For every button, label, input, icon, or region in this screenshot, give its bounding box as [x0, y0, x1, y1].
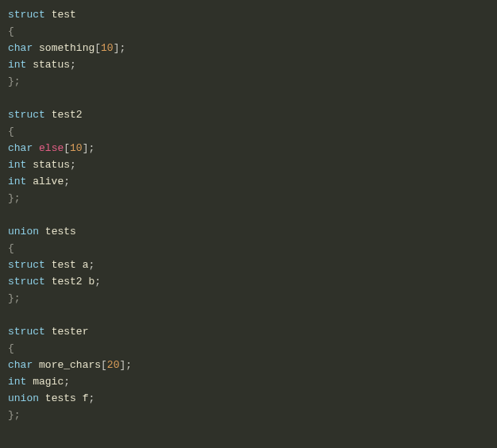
keyword-union: union: [8, 392, 39, 404]
open-brace: {: [8, 242, 14, 254]
ident-tests: tests: [45, 226, 76, 238]
close-brace: };: [8, 409, 21, 421]
ident-something: something: [39, 42, 94, 54]
number-literal: 10: [101, 42, 114, 54]
keyword-int: int: [8, 159, 26, 171]
keyword-char: char: [8, 42, 33, 54]
keyword-struct: struct: [8, 109, 45, 121]
keyword-struct: struct: [8, 326, 45, 338]
ident-status: status: [33, 59, 70, 71]
ident-alive: alive: [33, 176, 64, 187]
keyword-char: char: [8, 142, 33, 154]
number-literal: 20: [107, 359, 120, 371]
keyword-int: int: [8, 176, 26, 187]
open-brace: {: [8, 342, 14, 354]
keyword-int: int: [8, 376, 26, 388]
keyword-else: else: [39, 142, 64, 154]
close-brace: };: [8, 75, 21, 87]
ident-tester: tester: [52, 326, 89, 338]
number-literal: 10: [70, 142, 83, 154]
ident-magic: magic: [33, 376, 64, 388]
keyword-int: int: [8, 59, 26, 71]
keyword-struct: struct: [8, 9, 45, 21]
ident-test: test: [52, 259, 76, 271]
ident-status: status: [33, 159, 70, 171]
open-brace: {: [8, 126, 14, 137]
keyword-struct: struct: [8, 259, 45, 271]
open-brace: {: [8, 25, 14, 37]
ident-test: test: [52, 9, 76, 21]
keyword-struct: struct: [8, 276, 45, 288]
ident-test2: test2: [52, 109, 83, 121]
ident-more-chars: more_chars: [39, 359, 101, 371]
code-block: struct test { char something[10]; int st…: [8, 6, 489, 423]
close-brace: };: [8, 292, 21, 304]
ident-tests: tests: [45, 392, 76, 404]
keyword-char: char: [8, 359, 33, 371]
keyword-union: union: [8, 226, 39, 238]
ident-test2: test2: [52, 276, 83, 288]
close-brace: };: [8, 192, 21, 204]
